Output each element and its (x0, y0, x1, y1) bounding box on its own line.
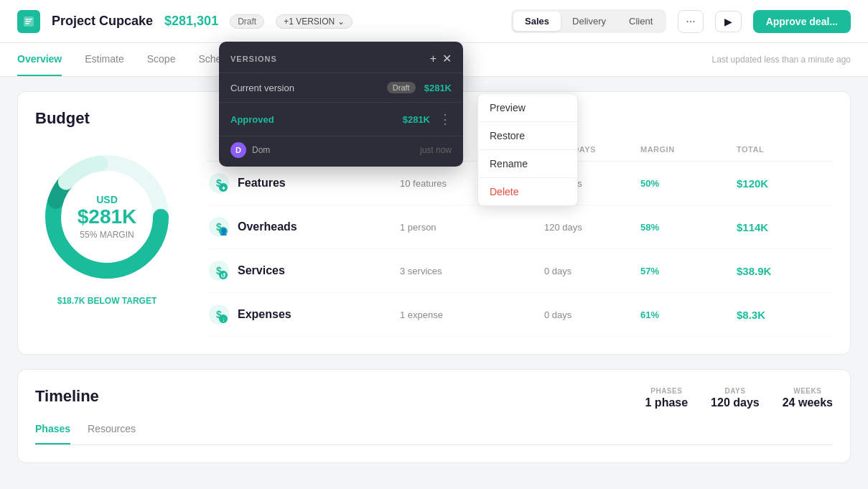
donut-currency: USD (78, 194, 137, 205)
context-menu-preview[interactable]: Preview (478, 94, 577, 121)
row-margin-services: 57% (640, 266, 737, 276)
row-name-services: $ ↺ Services (207, 259, 400, 282)
versions-close-button[interactable]: ✕ (442, 52, 452, 65)
current-version-badge: Draft (387, 82, 416, 93)
versions-header-actions: + ✕ (430, 52, 452, 65)
version-time: just now (420, 145, 452, 155)
subnav-scope[interactable]: Scope (147, 43, 176, 76)
subnav-estimate[interactable]: Estimate (85, 43, 123, 76)
row-total-overheads: $114K (737, 221, 833, 233)
versions-popup-title: VERSIONS (230, 55, 277, 63)
header: Project Cupcake $281,301 Draft +1 VERSIO… (0, 0, 868, 43)
below-target: $18.7K BELOW TARGET (57, 296, 157, 306)
row-margin-features: 50% (640, 178, 737, 189)
svg-text:↓: ↓ (222, 317, 225, 323)
more-button[interactable]: ··· (678, 10, 703, 33)
table-row: $ ↺ Services 3 services 0 days 57% $38.9… (207, 249, 833, 293)
tab-phases[interactable]: Phases (35, 423, 70, 444)
version-badge[interactable]: +1 VERSION ⌄ (276, 14, 353, 29)
app-logo (17, 10, 40, 33)
row-scope-services: 3 services (400, 266, 544, 276)
row-total-features: $120K (737, 177, 833, 190)
versions-popup: VERSIONS + ✕ Current version Draft $281K… (219, 42, 463, 167)
row-scope-expenses: 1 expense (400, 309, 544, 320)
user-avatar: D (230, 142, 246, 158)
tab-sales[interactable]: Sales (513, 11, 561, 31)
tab-resources[interactable]: Resources (88, 423, 136, 444)
approved-version-label: Approved (230, 114, 274, 125)
current-version-label: Current version (230, 83, 378, 93)
table-row: $ 👤 Overheads 1 person 120 days 58% $114… (207, 205, 833, 249)
stat-days: DAYS 120 days (711, 387, 760, 409)
below-target-amount: $18.7K (57, 296, 85, 306)
row-name-features: $ ✦ Features (207, 172, 400, 195)
row-name-expenses: $ ↓ Expenses (207, 303, 400, 326)
row-name-overheads: $ 👤 Overheads (207, 215, 400, 238)
project-title: Project Cupcake (52, 14, 153, 29)
below-target-label: BELOW TARGET (88, 296, 157, 306)
tab-delivery[interactable]: Delivery (561, 11, 617, 31)
stat-weeks: WEEKS 24 weeks (783, 387, 833, 409)
versions-add-button[interactable]: + (430, 52, 437, 65)
approve-button[interactable]: Approve deal... (753, 10, 851, 33)
approved-version-dots-button[interactable]: ⋮ (439, 111, 452, 127)
context-menu-delete[interactable]: Delete (478, 178, 577, 205)
timeline-stats: PHASES 1 phase DAYS 120 days WEEKS 24 we… (645, 387, 833, 409)
approved-version-row: Approved $281K ⋮ (219, 103, 463, 136)
context-menu: Preview Restore Rename Delete (477, 93, 578, 206)
row-total-services: $38.9K (737, 265, 833, 277)
row-total-expenses: $8.3K (737, 309, 833, 321)
row-margin-expenses: 61% (640, 309, 737, 320)
timeline-tabs: Phases Resources (35, 423, 833, 445)
context-menu-restore[interactable]: Restore (478, 122, 577, 149)
versions-popup-header: VERSIONS + ✕ (219, 42, 463, 73)
svg-rect-3 (25, 23, 29, 24)
approved-version-amount: $281K (403, 114, 430, 125)
svg-rect-1 (25, 19, 32, 20)
stat-phases: PHASES 1 phase (645, 387, 689, 409)
draft-badge: Draft (230, 14, 264, 29)
donut-amount: $281K (78, 205, 137, 228)
version-user-row: D Dom just now (219, 136, 463, 167)
svg-rect-2 (25, 21, 31, 22)
subnav-overview[interactable]: Overview (17, 43, 62, 76)
last-updated-label: Last updated less than a minute ago (712, 55, 851, 65)
row-margin-overheads: 58% (640, 222, 737, 233)
svg-text:↺: ↺ (220, 272, 226, 279)
timeline-title: Timeline (35, 387, 99, 406)
timeline-card: Timeline PHASES 1 phase DAYS 120 days WE… (17, 369, 851, 463)
svg-text:✦: ✦ (221, 185, 226, 192)
row-days-services: 0 days (544, 266, 640, 276)
budget-donut-wrap: USD $281K 55% MARGIN $18.7K BELOW TARGET (35, 145, 179, 306)
project-amount: $281,301 (164, 14, 218, 29)
context-menu-rename[interactable]: Rename (478, 150, 577, 177)
donut-margin: 55% MARGIN (78, 230, 137, 240)
header-nav-tabs: Sales Delivery Client (511, 9, 666, 33)
table-row: $ ↓ Expenses 1 expense 0 days 61% $8.3K (207, 293, 833, 337)
col-total: TOTAL (737, 145, 833, 154)
col-margin: MARGIN (640, 145, 737, 154)
user-name: Dom (252, 145, 270, 155)
current-version-amount: $281K (424, 83, 452, 93)
play-button[interactable]: ▶ (715, 11, 742, 32)
row-days-overheads: 120 days (544, 222, 640, 233)
row-days-expenses: 0 days (544, 309, 640, 320)
budget-donut-chart: USD $281K 55% MARGIN (35, 145, 179, 289)
row-scope-overheads: 1 person (400, 222, 544, 233)
tab-client[interactable]: Client (617, 11, 664, 31)
svg-text:👤: 👤 (220, 228, 228, 236)
current-version-row: Current version Draft $281K (219, 73, 463, 103)
